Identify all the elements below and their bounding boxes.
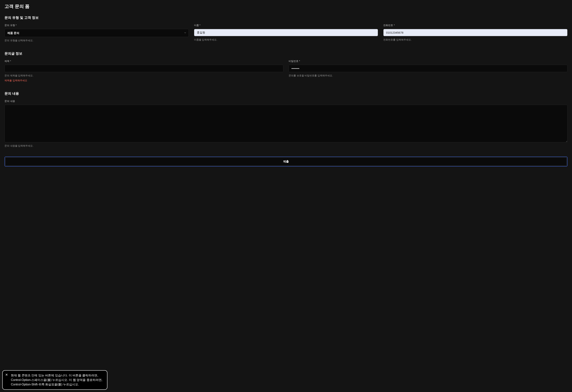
subject-error: 제목을 입력해주세요: [4, 79, 283, 82]
section-heading: 문의글 정보: [4, 51, 568, 56]
field-content: 문의 내용 문의 내용을 입력해주세요.: [4, 99, 568, 148]
name-input[interactable]: [194, 29, 378, 36]
content-textarea[interactable]: [4, 105, 568, 142]
section-inquiry-info: 문의 유형 및 고객 정보 문의 유형 * 제품 문의 문의 유형을 선택해주세…: [4, 16, 568, 42]
inquiry-type-select[interactable]: 제품 문의: [4, 29, 189, 37]
inquiry-type-help: 문의 유형을 선택해주세요.: [4, 39, 189, 42]
field-phone: 전화번호 * 전화번호를 입력해주세요.: [383, 24, 568, 42]
page-title: 고객 문의 폼: [4, 3, 568, 9]
inquiry-type-label: 문의 유형 *: [4, 24, 189, 27]
content-label: 문의 내용: [4, 99, 568, 103]
password-input[interactable]: [289, 65, 568, 72]
content-help: 문의 내용을 입력해주세요.: [4, 144, 568, 148]
subject-label: 제목 *: [4, 60, 283, 63]
phone-label: 전화번호 *: [383, 24, 568, 27]
section-content: 문의 내용 문의 내용 문의 내용을 입력해주세요.: [4, 91, 568, 148]
submit-focus-ring: 제출: [4, 157, 568, 167]
field-subject: 제목 * 문의 제목을 입력해주세요. 제목을 입력해주세요: [4, 60, 283, 82]
field-name: 이름 * 이름을 입력해주세요.: [194, 24, 378, 42]
name-help: 이름을 입력해주세요.: [194, 38, 378, 42]
password-label: 비밀번호 *: [289, 60, 568, 63]
phone-help: 전화번호를 입력해주세요.: [383, 38, 568, 42]
section-post-info: 문의글 정보 제목 * 문의 제목을 입력해주세요. 제목을 입력해주세요 비밀…: [4, 51, 568, 82]
phone-input[interactable]: [383, 29, 568, 36]
field-password: 비밀번호 * 문의를 보호할 비밀번호를 입력해주세요.: [289, 60, 568, 82]
field-inquiry-type: 문의 유형 * 제품 문의 문의 유형을 선택해주세요.: [4, 24, 189, 42]
password-help: 문의를 보호할 비밀번호를 입력해주세요.: [289, 74, 568, 77]
section-heading: 문의 내용: [4, 91, 568, 96]
name-label: 이름 *: [194, 24, 378, 27]
subject-input[interactable]: [4, 65, 283, 72]
subject-help: 문의 제목을 입력해주세요.: [4, 74, 283, 77]
submit-button[interactable]: 제출: [5, 157, 567, 166]
section-heading: 문의 유형 및 고객 정보: [4, 16, 568, 20]
